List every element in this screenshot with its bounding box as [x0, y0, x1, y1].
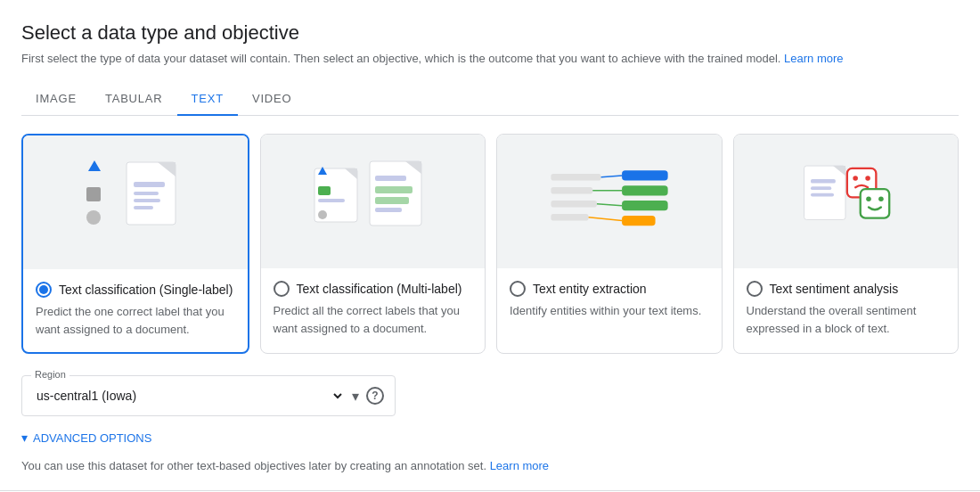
page-subtitle: First select the type of data your datas… — [21, 52, 959, 65]
card-single-label-desc: Predict the one correct label that you w… — [36, 303, 235, 338]
radio-entity-extraction[interactable] — [510, 281, 526, 297]
svg-rect-17 — [375, 176, 406, 181]
card-multi-label-desc: Predict all the correct labels that you … — [274, 302, 473, 337]
region-help-button[interactable]: ? — [366, 387, 384, 405]
card-single-label-body: Text classification (Single-label) Predi… — [23, 269, 248, 352]
svg-rect-12 — [318, 186, 331, 195]
svg-line-31 — [597, 204, 622, 206]
card-sentiment-analysis[interactable]: Text sentiment analysis Understand the o… — [733, 134, 960, 354]
svg-rect-41 — [861, 189, 890, 218]
card-multi-label[interactable]: Text classification (Multi-label) Predic… — [260, 134, 486, 354]
tab-text[interactable]: TEXT — [177, 83, 238, 116]
svg-rect-22 — [551, 187, 592, 194]
svg-point-43 — [878, 196, 884, 201]
card-entity-extraction[interactable]: Text entity extraction Identify entities… — [496, 134, 723, 354]
region-section: Region us-central1 (Iowa) ▾ ? — [21, 375, 396, 416]
svg-rect-26 — [622, 185, 668, 195]
advanced-options-chevron-icon: ▾ — [21, 430, 28, 445]
region-chevron-icon: ▾ — [352, 388, 359, 405]
svg-rect-24 — [551, 214, 588, 221]
svg-marker-6 — [88, 160, 101, 171]
svg-line-32 — [588, 217, 622, 221]
svg-rect-5 — [134, 206, 153, 209]
svg-point-14 — [318, 210, 327, 219]
svg-rect-33 — [804, 166, 845, 219]
card-sentiment-image — [734, 135, 959, 268]
advanced-options-label: ADVANCED OPTIONS — [33, 431, 151, 445]
svg-rect-19 — [375, 197, 409, 204]
svg-line-29 — [600, 176, 621, 177]
svg-rect-37 — [811, 193, 834, 197]
svg-rect-36 — [811, 186, 831, 190]
card-entity-title: Text entity extraction — [533, 282, 647, 296]
tab-video[interactable]: VIDEO — [238, 83, 306, 116]
card-sentiment-body: Text sentiment analysis Understand the o… — [734, 268, 959, 351]
svg-point-40 — [866, 176, 871, 181]
svg-rect-3 — [134, 192, 159, 195]
objective-cards: Text classification (Single-label) Predi… — [21, 134, 959, 354]
svg-point-39 — [853, 176, 859, 181]
card-single-label-image — [23, 135, 248, 269]
radio-sentiment-analysis[interactable] — [747, 281, 763, 297]
card-sentiment-title: Text sentiment analysis — [770, 282, 899, 296]
svg-rect-18 — [375, 186, 412, 193]
data-type-tabs: IMAGE TABULAR TEXT VIDEO — [21, 83, 959, 116]
region-select[interactable]: us-central1 (Iowa) — [33, 388, 345, 404]
card-entity-desc: Identify entities within your text items… — [510, 302, 709, 320]
card-entity-body: Text entity extraction Identify entities… — [497, 268, 722, 334]
svg-rect-28 — [622, 216, 656, 226]
footer-learn-more-link[interactable]: Learn more — [490, 459, 549, 472]
footer-divider — [0, 490, 980, 491]
svg-rect-2 — [134, 182, 165, 187]
card-sentiment-desc: Understand the overall sentiment express… — [747, 302, 946, 337]
page-title: Select a data type and objective — [21, 21, 959, 45]
card-multi-label-body: Text classification (Multi-label) Predic… — [261, 268, 486, 351]
footer-text: You can use this dataset for other text-… — [21, 459, 959, 472]
svg-rect-27 — [622, 201, 668, 210]
card-multi-label-title: Text classification (Multi-label) — [297, 282, 462, 296]
radio-multi-label[interactable] — [274, 281, 290, 297]
svg-point-8 — [86, 210, 101, 225]
svg-rect-20 — [375, 208, 402, 212]
svg-rect-13 — [318, 199, 345, 202]
svg-rect-7 — [86, 187, 101, 201]
svg-rect-35 — [811, 179, 836, 184]
card-entity-image — [497, 135, 722, 268]
advanced-options-toggle[interactable]: ▾ ADVANCED OPTIONS — [21, 430, 959, 445]
card-single-label[interactable]: Text classification (Single-label) Predi… — [21, 134, 249, 354]
svg-rect-21 — [551, 174, 600, 181]
svg-rect-23 — [551, 201, 597, 208]
svg-point-42 — [866, 196, 871, 201]
svg-rect-25 — [622, 170, 668, 180]
tab-tabular[interactable]: TABULAR — [91, 83, 177, 116]
region-label: Region — [31, 369, 69, 380]
radio-single-label[interactable] — [36, 282, 52, 298]
card-multi-label-image — [261, 135, 486, 268]
svg-rect-4 — [134, 199, 160, 202]
tab-image[interactable]: IMAGE — [21, 83, 91, 116]
subtitle-learn-more-link[interactable]: Learn more — [784, 52, 843, 65]
card-single-label-title: Text classification (Single-label) — [59, 283, 233, 297]
